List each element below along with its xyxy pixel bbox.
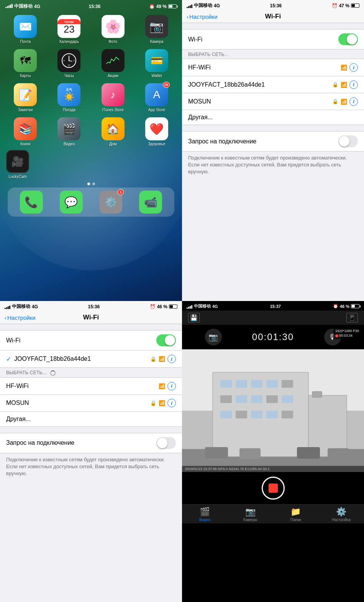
network-mosun-tr[interactable]: MOSUN 🔒 📶 i <box>182 93 364 110</box>
auto-join-toggle-bl[interactable] <box>156 437 176 449</box>
camera-carrier-name: 中国移动 <box>194 303 211 309</box>
info-btn-connected-bl[interactable]: i <box>167 355 176 363</box>
tab-settings-label: Настройка <box>332 518 351 522</box>
battery-icon <box>168 4 177 8</box>
dock-settings[interactable]: ⚙️1 <box>91 191 131 214</box>
books-icon: 📚 <box>14 117 37 140</box>
back-chevron-tr: ‹ <box>187 13 189 20</box>
tab-folders[interactable]: 📁 Папки <box>273 507 319 522</box>
network-icons-jooyfact-tr: 🔒 📶 i <box>332 81 358 89</box>
back-label-bl: Настройки <box>7 314 36 321</box>
info-btn-mosun-bl[interactable]: i <box>167 399 176 407</box>
app-maps[interactable]: 🗺 Карты <box>6 49 44 78</box>
network-hf-tr[interactable]: HF-WiFi 📶 i <box>182 59 364 76</box>
connected-network-name-bl: JOOYFACT_18bb26a44de1 <box>14 355 150 362</box>
network-type: 4G <box>34 4 40 9</box>
loading-spinner-bl <box>50 370 56 376</box>
back-label-tr: Настройки <box>189 13 218 20</box>
svg-rect-15 <box>282 380 293 388</box>
tab-video[interactable]: 🎬 Видео <box>182 507 228 522</box>
sd-card-icon2: 📱 <box>346 313 358 322</box>
network-jooyfact-tr[interactable]: JOOYFACT_18bb26a44de1 🔒 📶 i <box>182 76 364 93</box>
network-mosun-bl[interactable]: MOSUN 🔒 📶 i <box>0 395 182 411</box>
info-btn-jooyfact-tr[interactable]: i <box>349 81 358 89</box>
back-button-tr[interactable]: ‹ Настройки <box>187 13 218 20</box>
controls-row: 📷 00:01:30 🎙 1920*1080 P30 00:03:34 <box>182 325 364 349</box>
carrier-bl: 中国移动 4G <box>5 303 38 310</box>
network-hf-bl[interactable]: HF-WiFi 📶 i <box>0 378 182 395</box>
alarm-cam: ⏰ <box>333 304 338 309</box>
svg-rect-25 <box>282 411 293 418</box>
resolution-text: 1920*1080 P30 <box>335 329 359 334</box>
tab-folders-icon: 📁 <box>290 507 301 517</box>
status-bar-bl: 中国移动 4G 15:36 ⏰ 46 % <box>0 301 182 311</box>
back-button-bl[interactable]: ‹ Настройки <box>5 314 36 321</box>
other-row-bl[interactable]: Другая... <box>0 411 182 426</box>
alarm-tr: ⏰ <box>332 3 338 8</box>
tab-settings[interactable]: ⚙️ Настройка <box>318 507 364 522</box>
app-clock[interactable]: 12 3 9 Часы <box>50 49 88 78</box>
tab-camera[interactable]: 📷 Камеры <box>228 507 273 522</box>
app-wallet[interactable]: 💳 Wallet <box>138 49 176 78</box>
svg-rect-27 <box>205 447 228 459</box>
carrier-name: 中国移动 <box>14 3 33 10</box>
network-icons-hf-bl: 📶 i <box>159 382 176 390</box>
auto-join-section-bl: Запрос на подключение <box>0 433 182 453</box>
wifi-label-tr: Wi-Fi <box>188 36 202 43</box>
camera-toolbar: 💾 📱 <box>182 311 364 325</box>
health-icon: ❤️ <box>145 117 168 140</box>
svg-rect-14 <box>266 380 278 388</box>
app-calendar[interactable]: Среда 23 Календарь <box>50 15 88 44</box>
snapshot-btn[interactable]: 📷 <box>205 329 222 345</box>
svg-rect-22 <box>236 411 247 418</box>
svg-rect-20 <box>282 395 293 403</box>
auto-join-label-tr: Запрос на подключение <box>188 138 256 145</box>
info-btn-hf-tr[interactable]: i <box>349 63 358 72</box>
dock-phone[interactable]: 📞 <box>11 191 51 214</box>
status-bar-tr: 中国移动 4G 15:36 ⏰ 47 % <box>182 0 364 10</box>
networks-section-tr: HF-WiFi 📶 i JOOYFACT_18bb26a44de1 🔒 📶 i … <box>182 59 364 125</box>
app-camera[interactable]: 📷 Камера <box>138 15 176 44</box>
svg-rect-29 <box>297 447 320 459</box>
info-btn-mosun-tr[interactable]: i <box>349 97 358 106</box>
wifi-toggle-tr[interactable] <box>338 33 358 45</box>
appstore-badge: 26 <box>163 82 170 88</box>
dock: 📞 💬 ⚙️1 📹 <box>8 188 174 217</box>
nav-bar-bl: ‹ Настройки Wi-Fi <box>0 311 182 324</box>
auto-join-label-bl: Запрос на подключение <box>6 439 74 446</box>
record-button[interactable] <box>262 477 285 500</box>
maps-icon: 🗺 <box>14 49 37 72</box>
photos-icon: 🌸 <box>102 15 125 38</box>
wifi-toggle-bl[interactable] <box>156 334 176 346</box>
app-photos[interactable]: 🌸 Фото <box>94 15 132 44</box>
camera-tab-bar: 🎬 Видео 📷 Камеры 📁 Папки ⚙️ Настройка <box>182 504 364 523</box>
camera-status-bar: 中国移动 4G 15:37 ⏰ 46 % <box>182 301 364 311</box>
battery-pct-bl: 46 % <box>157 304 167 309</box>
other-row-tr[interactable]: Другая... <box>182 110 364 125</box>
network-icons-mosun-bl: 🔒 📶 i <box>150 399 176 407</box>
svg-rect-17 <box>236 395 247 403</box>
networks-section-bl: HF-WiFi 📶 i MOSUN 🔒 📶 i Другая... <box>0 377 182 427</box>
nav-bar-tr: ‹ Настройки Wi-Fi <box>182 10 364 23</box>
camera-icon: 📷 <box>145 15 168 38</box>
info-btn-hf-bl[interactable]: i <box>167 382 176 390</box>
photos-label: Фото <box>108 39 117 44</box>
auto-join-row-bl: Запрос на подключение <box>0 433 182 453</box>
app-stocks[interactable]: Акции <box>94 49 132 78</box>
alarm-icon: ⏰ <box>149 4 155 9</box>
preview-image <box>182 349 364 472</box>
wallet-label: Wallet <box>151 74 162 78</box>
connected-network-row-bl[interactable]: ✓ JOOYFACT_18bb26a44de1 🔒 📶 i <box>0 350 182 367</box>
auto-join-toggle-tr[interactable] <box>338 135 358 147</box>
network-icons-hf-tr: 📶 i <box>341 63 358 72</box>
dock-facetime[interactable]: 📹 <box>131 191 171 214</box>
timer: 00:01:30 <box>252 332 294 342</box>
network-name-jooyfact-tr: JOOYFACT_18bb26a44de1 <box>188 81 332 88</box>
svg-rect-30 <box>328 448 349 459</box>
svg-rect-16 <box>220 395 232 403</box>
app-mail[interactable]: ✉️ Почта <box>6 15 44 44</box>
appstore-icon: A 26 <box>145 83 168 106</box>
dock-messages[interactable]: 💬 <box>51 191 91 214</box>
connected-network-icons-bl: 🔒 📶 i <box>150 355 176 363</box>
page-title-bl: Wi-Fi <box>83 314 99 321</box>
